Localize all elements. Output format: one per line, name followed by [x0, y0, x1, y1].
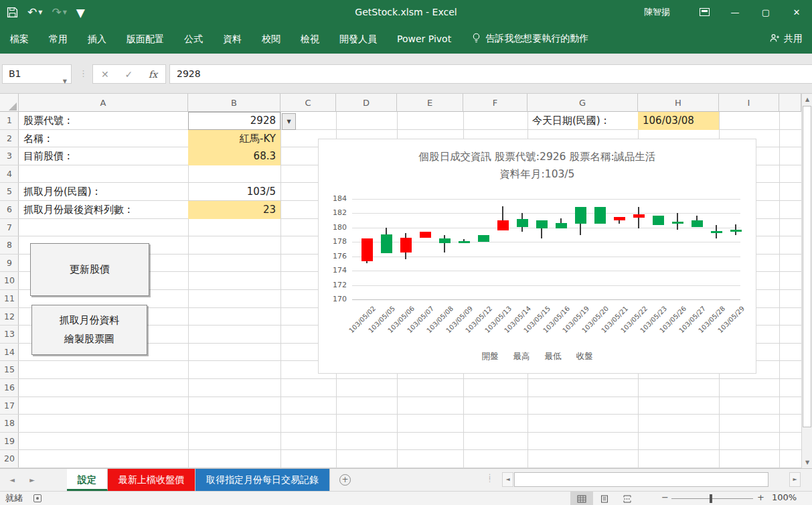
column-header-F[interactable]: F	[463, 94, 527, 112]
ribbon-tab-插入[interactable]: 插入	[78, 24, 116, 54]
formula-input[interactable]: 2928	[169, 64, 812, 84]
row-header-7[interactable]: 7	[0, 219, 19, 237]
candle-103-05-15	[536, 220, 548, 228]
row-header-5[interactable]: 5	[0, 183, 19, 201]
share-button[interactable]: 共用	[770, 24, 803, 54]
insert-function-icon[interactable]: fx	[149, 69, 157, 80]
row-header-11[interactable]: 11	[0, 290, 19, 308]
column-header-C[interactable]: C	[280, 94, 336, 112]
page-layout-view-icon[interactable]	[593, 492, 616, 505]
zoom-out-icon[interactable]: −	[661, 492, 669, 502]
ribbon-tab-開發人員[interactable]: 開發人員	[329, 24, 387, 54]
ribbon-tab-公式[interactable]: 公式	[174, 24, 213, 54]
cell-B3[interactable]: 68.3	[188, 147, 280, 165]
column-header-H[interactable]: H	[638, 94, 719, 112]
zoom-slider-handle[interactable]	[710, 494, 712, 503]
ribbon-tab-校閱[interactable]: 校閱	[252, 24, 291, 54]
cell-A3[interactable]: 目前股價 :	[19, 147, 188, 165]
chart-ytick-174: 174	[327, 266, 347, 275]
cell-A1[interactable]: 股票代號 :	[19, 112, 188, 130]
cell-B6[interactable]: 23	[188, 201, 280, 219]
row-header-13[interactable]: 13	[0, 326, 19, 344]
minimize-button[interactable]: —	[720, 0, 750, 24]
vertical-scrollbar-thumb[interactable]	[803, 106, 811, 427]
column-header-A[interactable]: A	[19, 94, 188, 112]
close-button[interactable]: ✕	[781, 0, 812, 24]
cell-A2[interactable]: 名稱 :	[19, 130, 188, 148]
row-header-10[interactable]: 10	[0, 272, 19, 290]
sheet-nav-left-icon[interactable]: ◄	[5, 469, 19, 491]
cell-B5[interactable]: 103/5	[188, 183, 280, 201]
account-name[interactable]: 陳智揚	[644, 6, 670, 18]
cell-A6[interactable]: 抓取月份最後資料列數 :	[19, 201, 188, 219]
name-box-dropdown-icon[interactable]: ▼	[63, 72, 67, 90]
column-header-G[interactable]: G	[527, 94, 638, 112]
sheet-tab-最新上檔收盤價[interactable]: 最新上檔收盤價	[108, 469, 195, 491]
ribbon-tab-版面配置[interactable]: 版面配置	[116, 24, 174, 54]
row-header-1[interactable]: 1	[0, 112, 19, 130]
row-header-15[interactable]: 15	[0, 361, 19, 379]
row-header-17[interactable]: 17	[0, 397, 19, 415]
row-header-18[interactable]: 18	[0, 415, 19, 433]
ribbon-tab-常用[interactable]: 常用	[39, 24, 78, 54]
row-header-6[interactable]: 6	[0, 201, 19, 219]
column-header-I[interactable]: I	[719, 94, 779, 112]
macro-record-icon[interactable]	[33, 494, 42, 502]
vertical-scrollbar[interactable]: ▲ ▼	[801, 94, 812, 468]
column-header-E[interactable]: E	[397, 94, 463, 112]
scroll-right-icon[interactable]: ►	[789, 472, 801, 487]
confirm-entry-icon[interactable]: ✓	[125, 69, 133, 80]
horizontal-scrollbar-thumb[interactable]	[514, 472, 768, 487]
scroll-up-icon[interactable]: ▲	[802, 94, 812, 105]
zoom-slider[interactable]	[671, 498, 753, 499]
fetch-month-data-button[interactable]: 抓取月份資料 繪製股票圖	[31, 305, 147, 355]
select-all-corner[interactable]	[0, 94, 19, 112]
name-box[interactable]: B1 ▼	[2, 64, 72, 84]
row-header-20[interactable]: 20	[0, 450, 19, 468]
ribbon-tab-檢視[interactable]: 檢視	[291, 24, 329, 54]
add-sheet-button[interactable]: +	[339, 469, 351, 491]
ribbon-tab-資料[interactable]: 資料	[213, 24, 252, 54]
update-stock-price-button[interactable]: 更新股價	[30, 243, 149, 296]
horizontal-scrollbar[interactable]: ◄ ►	[502, 472, 801, 487]
scroll-down-icon[interactable]: ▼	[802, 457, 812, 468]
row-header-16[interactable]: 16	[0, 379, 19, 397]
page-break-view-icon[interactable]	[616, 492, 639, 505]
cell-B2[interactable]: 紅馬-KY	[188, 130, 280, 148]
stock-chart[interactable]: 個股日成交資訊 股票代號:2926 股票名稱:誠品生活 資料年月:103/5 開…	[318, 139, 756, 374]
row-header-14[interactable]: 14	[0, 344, 19, 362]
tell-me-box[interactable]: 告訴我您想要執行的動作	[472, 33, 588, 46]
cell-dropdown-button[interactable]: ▼	[282, 113, 296, 130]
sheet-tab-設定[interactable]: 設定	[67, 469, 108, 491]
maximize-button[interactable]: ▢	[750, 0, 781, 24]
zoom-in-icon[interactable]: +	[757, 492, 764, 502]
sheet-tab-取得指定月份每日交易記錄[interactable]: 取得指定月份每日交易記錄	[195, 469, 330, 491]
ribbon-tab-檔案[interactable]: 檔案	[0, 24, 39, 54]
cell-H1[interactable]: 106/03/08	[638, 112, 719, 130]
cell-A5[interactable]: 抓取月份(民國) :	[19, 183, 188, 201]
normal-view-icon[interactable]	[570, 492, 593, 505]
title-bar: ↶▼ ↷▼ ▼ GetStock.xlsm - Excel 陳智揚 — ▢ ✕	[0, 0, 812, 24]
row-header-9[interactable]: 9	[0, 255, 19, 273]
cancel-entry-icon[interactable]: ✕	[101, 69, 109, 80]
row-header-8[interactable]: 8	[0, 236, 19, 255]
scroll-left-icon[interactable]: ◄	[502, 472, 513, 487]
ribbon-display-options-icon[interactable]	[689, 0, 720, 24]
row-header-4[interactable]: 4	[0, 165, 19, 184]
tab-scroll-splitter[interactable]: ⋮⋮	[487, 475, 493, 482]
column-header-D[interactable]: D	[336, 94, 397, 112]
candle-103-05-22	[633, 214, 645, 218]
row-header-19[interactable]: 19	[0, 433, 19, 451]
grid-line-v	[280, 112, 281, 468]
chart-ytick-182: 182	[327, 208, 347, 217]
ribbon-tab-power-pivot[interactable]: Power Pivot	[387, 24, 461, 54]
row-header-2[interactable]: 2	[0, 130, 19, 148]
column-header-blank[interactable]	[779, 94, 801, 112]
row-header-12[interactable]: 12	[0, 308, 19, 326]
sheet-nav-right-icon[interactable]: ►	[25, 469, 39, 491]
row-header-3[interactable]: 3	[0, 147, 19, 165]
column-header-B[interactable]: B	[188, 94, 280, 112]
zoom-level[interactable]: 100%	[772, 492, 797, 502]
cell-G1[interactable]: 今天日期(民國) :	[527, 112, 638, 130]
cell-B1[interactable]: 2928	[188, 112, 280, 130]
